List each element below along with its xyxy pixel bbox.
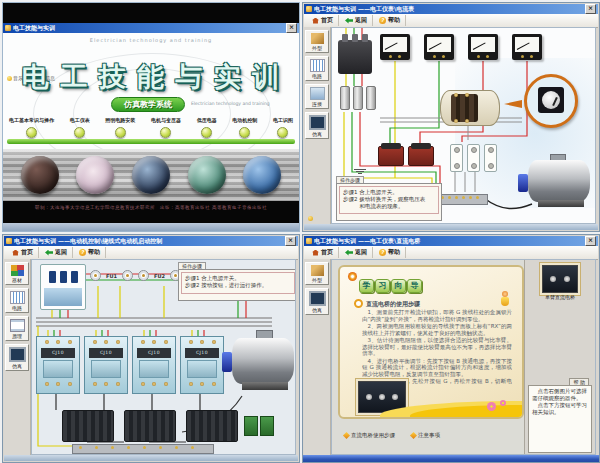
titlebar: 电工技能与实训 ——电动机控制\绕线式电动机启动控制 ×: [4, 236, 298, 246]
ammeter-4: [512, 34, 542, 60]
device-thumbnail[interactable]: [542, 265, 578, 293]
diamond-icon: [343, 432, 350, 439]
splash-screen: Electrician technology and training 音乐 相…: [3, 33, 299, 199]
section-title: 直流电桥的使用步骤: [366, 300, 420, 308]
sidebar: 外型 电路 连接 仿真: [304, 27, 331, 224]
back-button[interactable]: 返回: [40, 247, 73, 258]
document-icon: [10, 319, 25, 332]
green-divider-bar: [7, 139, 295, 144]
help-icon: ?: [379, 249, 386, 256]
subtitle-badge: 仿真教学系统: [111, 97, 185, 112]
titlebar: 电工技能与实训 ——电工仪表\直流电桥 ×: [304, 236, 598, 246]
back-button[interactable]: 返回: [340, 15, 373, 26]
circuit-icon: [310, 59, 325, 72]
menu-ball-icon: [74, 127, 85, 138]
sidebar-button-simulation[interactable]: 仿真: [5, 344, 29, 371]
contactor-1: CJ10: [36, 336, 80, 394]
screenshot-grid: 电工技能与实训 × Electrician technology and tra…: [0, 0, 600, 463]
link-usage-steps[interactable]: 直流电桥使用步骤: [344, 432, 395, 439]
window-motor-sim: 电工技能与实训 ——电动机控制\绕线式电动机启动控制 × 首页 返回 ?帮助 器…: [2, 234, 300, 463]
sim-canvas: FU1 FU2 操作步骤 步骤1 合上电源开关。 步骤2 按动按钮，进行运行操作…: [31, 259, 296, 455]
bottom-links: 直流电桥使用步骤 注意事项: [344, 432, 440, 439]
steps-box: 步骤1 合上电源开关。 步骤2 按动按钮，进行运行操作。: [178, 269, 296, 301]
starting-resistor-2: [124, 410, 176, 442]
photo-cables: [21, 156, 59, 194]
window-bottom-frame: [4, 455, 298, 461]
close-icon[interactable]: ×: [286, 23, 297, 33]
home-icon: [312, 18, 319, 24]
status-dot-icon[interactable]: [308, 216, 313, 221]
ammeter-1: [380, 34, 410, 60]
fuse: [340, 86, 350, 110]
circuit-icon: [10, 291, 25, 304]
sidebar-button-circuit[interactable]: 电路: [305, 56, 329, 81]
changeover-switch[interactable]: [440, 90, 500, 126]
back-arrow-icon: [45, 250, 53, 256]
contactor-2: CJ10: [84, 336, 128, 394]
contactor-label: CJ10: [185, 348, 219, 358]
sidebar-button-simulation[interactable]: 仿真: [305, 112, 329, 139]
fuse-label: FU2: [154, 273, 165, 279]
fuse-link: [484, 144, 497, 172]
page-header-badge: 学习向导: [359, 273, 423, 293]
fuse-label: FU1: [106, 273, 117, 279]
knife-switch[interactable]: [338, 40, 372, 74]
home-button[interactable]: 首页: [7, 247, 39, 258]
monitor-icon: [9, 347, 26, 362]
help-button[interactable]: ?帮助: [374, 247, 406, 258]
connection-icon: [310, 87, 325, 100]
steps-text: 1、测量前先打开检流计锁扣，即将 G 接线柱处的金属锁片由“内接”旋到“外接”，…: [362, 309, 512, 385]
motor-coupling: [222, 352, 232, 372]
sidebar-button-appearance[interactable]: 外型: [305, 30, 329, 53]
link-precautions[interactable]: 注意事项: [411, 432, 440, 439]
close-icon[interactable]: ×: [585, 236, 596, 246]
english-banner: Electrician technology and training: [3, 37, 299, 43]
window-bridge-page: 电工技能与实训 ——电工仪表\直流电桥 × 首页 返回 ?帮助 外型 仿真 学习…: [302, 234, 600, 463]
fuse-link: [450, 144, 463, 172]
toolbar: 首页 返回 ?帮助: [304, 246, 598, 260]
switch-knob[interactable]: [538, 87, 564, 113]
terminal-block: [260, 416, 274, 436]
sidebar-button-connection[interactable]: 连接: [305, 84, 329, 109]
right-panel: 单臂直流电桥 帮 助 点击右侧图片可选择需仔细观察的器件。 点击下方按钮可学习相…: [524, 260, 595, 454]
toolbar: 首页 返回 ?帮助: [4, 246, 298, 260]
app-icon: [306, 6, 312, 12]
titlebar: 电工技能与实训 ——电工仪表\电流表 ×: [304, 4, 598, 14]
current-transformer-2: [408, 146, 434, 166]
fuse: [122, 270, 133, 281]
sidebar-button-circuit[interactable]: 电路: [5, 288, 29, 313]
photo-panel-meter: [76, 156, 114, 194]
flower-icon: [348, 272, 357, 281]
ammeter-3: [468, 34, 498, 60]
ground-symbol: [354, 168, 366, 175]
help-icon: ?: [79, 249, 86, 256]
sidebar: 外型 仿真: [304, 259, 331, 455]
menu-ball-icon: [277, 127, 288, 138]
help-button[interactable]: ?帮助: [374, 15, 406, 26]
home-icon: [12, 250, 19, 256]
photo-breaker: [132, 156, 170, 194]
help-button[interactable]: ?帮助: [74, 247, 106, 258]
ammeter-2: [424, 34, 454, 60]
menu-ball-icon: [160, 127, 171, 138]
home-button[interactable]: 首页: [307, 247, 339, 258]
motor-body: [232, 338, 294, 384]
sidebar-button-appearance[interactable]: 外型: [305, 262, 329, 285]
back-button[interactable]: 返回: [340, 247, 373, 258]
sidebar-button-principle[interactable]: 原理: [5, 316, 29, 341]
fuse-links: [450, 144, 497, 172]
window-ammeter-sim: 电工技能与实训 ——电工仪表\电流表 × 首页 返回 ?帮助 外型 电路 连接 …: [302, 2, 600, 232]
close-icon[interactable]: ×: [585, 4, 596, 14]
sidebar-button-simulation[interactable]: 仿真: [305, 288, 329, 315]
terminal-strip: [72, 444, 214, 454]
photo-components: [243, 156, 281, 194]
starting-resistor-1: [62, 410, 114, 442]
content-canvas: 学习向导 直流电桥的使用步骤 1、测量前先打开检流计锁扣，即将 G 接线柱处的金…: [331, 259, 596, 455]
sidebar-button-equipment[interactable]: 器材: [5, 262, 29, 285]
circuit-breaker[interactable]: [40, 264, 86, 310]
close-icon[interactable]: ×: [285, 236, 296, 246]
fuse-group: [340, 86, 376, 110]
taskbar-strip: [303, 455, 599, 462]
home-button[interactable]: 首页: [307, 15, 339, 26]
titlebar: 电工技能与实训 ×: [3, 23, 299, 33]
